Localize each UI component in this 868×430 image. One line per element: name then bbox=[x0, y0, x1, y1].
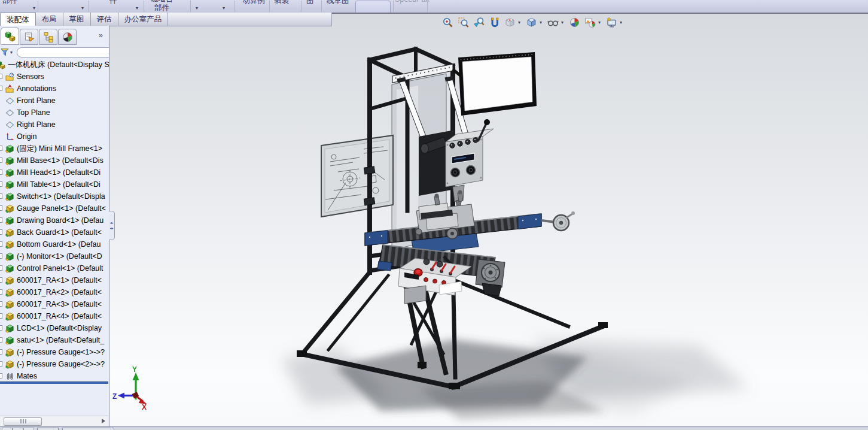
dropdown-arrow-icon[interactable]: ▾ bbox=[620, 20, 622, 25]
tree-item[interactable]: Gauge Panel<1> (Default< bbox=[0, 202, 109, 214]
scrollbar-thumb[interactable] bbox=[4, 417, 42, 426]
model-tab[interactable]: 模型 bbox=[37, 428, 59, 430]
tree-item[interactable]: (-) Monitor<1> (Default<D bbox=[0, 250, 109, 262]
expand-box-icon[interactable] bbox=[0, 181, 2, 187]
command-tab-5[interactable]: 办公室产品 bbox=[118, 13, 169, 26]
expand-box-icon[interactable] bbox=[0, 253, 2, 259]
expand-box-icon[interactable] bbox=[0, 217, 2, 223]
tree-item[interactable]: Mill Base<1> (Default<Dis bbox=[0, 155, 109, 166]
dropdown-arrow-icon[interactable]: ▾ bbox=[81, 5, 84, 11]
tree-filter-input[interactable] bbox=[17, 47, 109, 57]
tree-item[interactable]: (-) Pressure Gauge<1>->? bbox=[0, 346, 109, 358]
edit-appearance-icon[interactable] bbox=[568, 16, 580, 28]
view-settings-icon[interactable] bbox=[605, 16, 617, 28]
tree-item[interactable]: satu<1> (Default<Default_ bbox=[0, 334, 109, 346]
tree-item[interactable]: Front Plane bbox=[0, 95, 109, 107]
scrollbar-right-arrow[interactable] bbox=[102, 419, 105, 423]
ribbon-button-fragment[interactable]: 部件 bbox=[2, 0, 17, 6]
bottom-mini-button[interactable] bbox=[13, 428, 23, 430]
dropdown-arrow-icon[interactable]: ▾ bbox=[223, 5, 225, 11]
ribbon-button-fragment[interactable]: 件 bbox=[109, 0, 117, 6]
display-style-icon[interactable] bbox=[525, 16, 537, 28]
tree-item[interactable]: 一体机机床 (Default<Display S bbox=[0, 59, 109, 71]
configuration-manager-tab[interactable] bbox=[39, 29, 57, 45]
dropdown-arrow-icon[interactable]: ▾ bbox=[518, 20, 520, 25]
command-tab-1[interactable]: 装配体 bbox=[0, 13, 36, 26]
expand-box-icon[interactable] bbox=[0, 265, 2, 271]
dropdown-arrow-icon[interactable]: ▾ bbox=[10, 50, 13, 55]
featuremanager-tree-tab[interactable] bbox=[1, 28, 19, 45]
tree-item[interactable]: Bottom Guard<1> (Defau bbox=[0, 238, 109, 250]
expand-box-icon[interactable] bbox=[0, 205, 2, 211]
apply-scene-icon[interactable] bbox=[584, 16, 596, 28]
ribbon-button-fragment[interactable]: 图 bbox=[306, 0, 314, 6]
panel-splitter-handle[interactable]: ◂▸◂▸ bbox=[109, 211, 115, 240]
graphics-viewport[interactable]: Y Z X ▾ ▾ ▾ ▾ ▾ bbox=[109, 14, 868, 426]
tree-item[interactable]: 600017_RA<4> (Default< bbox=[0, 310, 109, 322]
expand-box-icon[interactable] bbox=[0, 313, 2, 319]
dropdown-arrow-icon[interactable]: ▾ bbox=[598, 20, 601, 25]
expand-box-icon[interactable] bbox=[0, 193, 2, 199]
expand-box-icon[interactable] bbox=[0, 277, 2, 283]
tree-item[interactable]: Mill Table<1> (Default<Di bbox=[0, 178, 109, 190]
bottom-mini-button[interactable] bbox=[2, 428, 13, 430]
rollback-bar[interactable] bbox=[0, 381, 108, 384]
tree-item[interactable]: Back Guard<1> (Default< bbox=[0, 226, 109, 238]
speedpak-button[interactable]: SpeedPak bbox=[395, 0, 430, 4]
dropdown-arrow-icon[interactable]: ▾ bbox=[136, 5, 138, 11]
bottom-mini-button[interactable] bbox=[23, 428, 34, 430]
tree-item[interactable]: Mill Head<1> (Default<Di bbox=[0, 166, 109, 178]
ribbon-button-fragment[interactable]: 轴装 bbox=[274, 0, 289, 6]
expand-box-icon[interactable] bbox=[0, 301, 2, 307]
expand-box-icon[interactable] bbox=[0, 325, 2, 331]
filter-funnel-icon[interactable] bbox=[1, 48, 9, 56]
tree-item[interactable]: Top Plane bbox=[0, 107, 109, 119]
view-orientation-icon[interactable] bbox=[504, 16, 516, 28]
tree-item[interactable]: 600017_RA<3> (Default< bbox=[0, 298, 109, 310]
expand-box-icon[interactable] bbox=[0, 241, 2, 247]
expand-box-icon[interactable] bbox=[0, 169, 2, 175]
section-view-icon[interactable] bbox=[488, 16, 500, 28]
tree-item[interactable]: LCD<1> (Default<Display bbox=[0, 322, 109, 334]
tree-item[interactable]: 600017_RA<1> (Default< bbox=[0, 274, 109, 286]
expand-box-icon[interactable] bbox=[0, 349, 2, 355]
dropdown-arrow-icon[interactable]: ▾ bbox=[540, 20, 542, 25]
command-tab-3[interactable]: 草图 bbox=[63, 13, 91, 26]
expand-box-icon[interactable] bbox=[0, 361, 2, 367]
command-tab-4[interactable]: 评估 bbox=[91, 13, 118, 26]
tree-item[interactable]: Mates bbox=[0, 370, 109, 382]
model-monitor[interactable] bbox=[453, 52, 537, 116]
dropdown-arrow-icon[interactable]: ▾ bbox=[561, 20, 564, 25]
cad-model-3d-view[interactable]: Y Z X bbox=[109, 14, 868, 426]
expand-box-icon[interactable] bbox=[0, 373, 2, 378]
tree-item[interactable]: Annotations bbox=[0, 83, 109, 95]
tree-horizontal-scrollbar[interactable] bbox=[0, 416, 108, 426]
tree-item[interactable]: Control Panel<1> (Default bbox=[0, 262, 109, 274]
tree-item[interactable]: Switch<1> (Default<Displa bbox=[0, 190, 109, 202]
previous-view-icon[interactable] bbox=[473, 16, 485, 28]
hide-show-items-icon[interactable] bbox=[547, 16, 559, 28]
tree-item[interactable]: Sensors bbox=[0, 71, 109, 83]
tree-item[interactable]: 600017_RA<2> (Default< bbox=[0, 286, 109, 298]
dropdown-arrow-icon[interactable]: ▾ bbox=[33, 5, 35, 11]
panel-overflow-chevron[interactable]: » bbox=[99, 31, 103, 40]
display-manager-tab[interactable] bbox=[58, 29, 77, 45]
expand-box-icon[interactable] bbox=[0, 74, 2, 79]
expand-box-icon[interactable] bbox=[0, 229, 2, 235]
expand-box-icon[interactable] bbox=[0, 158, 2, 163]
ribbon-toggle-button[interactable] bbox=[355, 1, 391, 14]
ribbon-button-fragment[interactable]: 动算例 bbox=[242, 0, 265, 6]
expand-box-icon[interactable] bbox=[0, 337, 2, 343]
expand-box-icon[interactable] bbox=[0, 146, 2, 151]
property-manager-tab[interactable] bbox=[20, 29, 38, 45]
ribbon-button-fragment[interactable]: 线草图 bbox=[327, 0, 349, 6]
ribbon-button-fragment[interactable]: 部件 bbox=[154, 3, 169, 13]
dropdown-arrow-icon[interactable]: ▾ bbox=[196, 5, 198, 11]
zoom-to-area-icon[interactable] bbox=[457, 16, 469, 28]
motion-study-tab[interactable]: Motion Study 1 bbox=[62, 428, 114, 430]
tree-item[interactable]: (固定) Mini Mill Frame<1> bbox=[0, 143, 109, 155]
tree-item[interactable]: Drawing Board<1> (Defau bbox=[0, 214, 109, 226]
expand-box-icon[interactable] bbox=[0, 86, 2, 91]
command-tab-2[interactable]: 布局 bbox=[36, 13, 63, 26]
tree-item[interactable]: (-) Pressure Gauge<2>->? bbox=[0, 358, 109, 370]
